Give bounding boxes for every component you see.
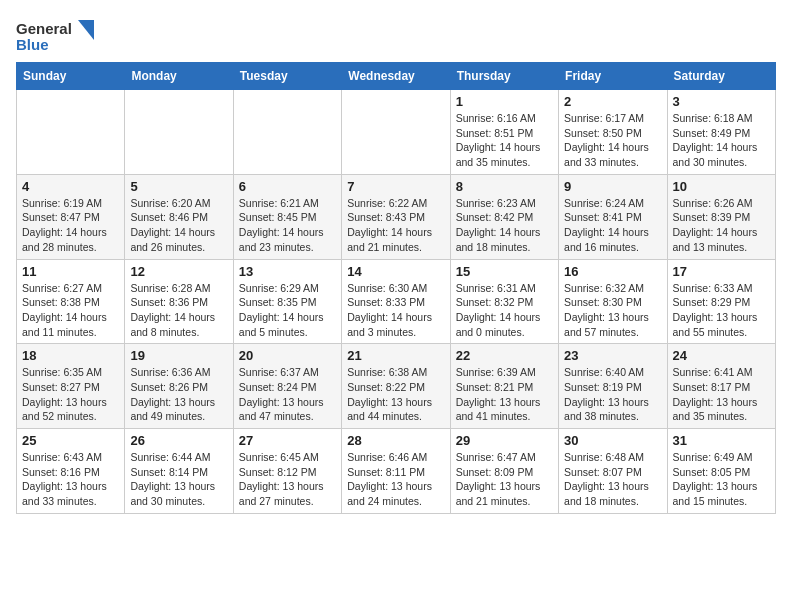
day-number: 2: [564, 94, 661, 109]
calendar-cell: 26Sunrise: 6:44 AM Sunset: 8:14 PM Dayli…: [125, 429, 233, 514]
week-row-3: 11Sunrise: 6:27 AM Sunset: 8:38 PM Dayli…: [17, 259, 776, 344]
weekday-header-wednesday: Wednesday: [342, 63, 450, 90]
day-number: 29: [456, 433, 553, 448]
calendar-cell: 27Sunrise: 6:45 AM Sunset: 8:12 PM Dayli…: [233, 429, 341, 514]
week-row-5: 25Sunrise: 6:43 AM Sunset: 8:16 PM Dayli…: [17, 429, 776, 514]
day-number: 26: [130, 433, 227, 448]
calendar-cell: 3Sunrise: 6:18 AM Sunset: 8:49 PM Daylig…: [667, 90, 775, 175]
day-number: 28: [347, 433, 444, 448]
calendar-cell: 24Sunrise: 6:41 AM Sunset: 8:17 PM Dayli…: [667, 344, 775, 429]
day-number: 19: [130, 348, 227, 363]
day-number: 1: [456, 94, 553, 109]
calendar-cell: 15Sunrise: 6:31 AM Sunset: 8:32 PM Dayli…: [450, 259, 558, 344]
calendar-cell: 25Sunrise: 6:43 AM Sunset: 8:16 PM Dayli…: [17, 429, 125, 514]
weekday-header-thursday: Thursday: [450, 63, 558, 90]
calendar-cell: 2Sunrise: 6:17 AM Sunset: 8:50 PM Daylig…: [559, 90, 667, 175]
day-number: 3: [673, 94, 770, 109]
calendar-cell: 29Sunrise: 6:47 AM Sunset: 8:09 PM Dayli…: [450, 429, 558, 514]
day-number: 25: [22, 433, 119, 448]
day-info: Sunrise: 6:26 AM Sunset: 8:39 PM Dayligh…: [673, 196, 770, 255]
day-info: Sunrise: 6:36 AM Sunset: 8:26 PM Dayligh…: [130, 365, 227, 424]
day-info: Sunrise: 6:38 AM Sunset: 8:22 PM Dayligh…: [347, 365, 444, 424]
week-row-4: 18Sunrise: 6:35 AM Sunset: 8:27 PM Dayli…: [17, 344, 776, 429]
calendar-cell: 16Sunrise: 6:32 AM Sunset: 8:30 PM Dayli…: [559, 259, 667, 344]
day-info: Sunrise: 6:27 AM Sunset: 8:38 PM Dayligh…: [22, 281, 119, 340]
day-number: 10: [673, 179, 770, 194]
day-number: 23: [564, 348, 661, 363]
calendar-cell: 30Sunrise: 6:48 AM Sunset: 8:07 PM Dayli…: [559, 429, 667, 514]
calendar-cell: 20Sunrise: 6:37 AM Sunset: 8:24 PM Dayli…: [233, 344, 341, 429]
calendar-cell: 31Sunrise: 6:49 AM Sunset: 8:05 PM Dayli…: [667, 429, 775, 514]
calendar-cell: 10Sunrise: 6:26 AM Sunset: 8:39 PM Dayli…: [667, 174, 775, 259]
week-row-2: 4Sunrise: 6:19 AM Sunset: 8:47 PM Daylig…: [17, 174, 776, 259]
day-number: 22: [456, 348, 553, 363]
calendar-cell: 14Sunrise: 6:30 AM Sunset: 8:33 PM Dayli…: [342, 259, 450, 344]
page-header: GeneralBlue: [16, 16, 776, 54]
calendar-cell: [17, 90, 125, 175]
svg-text:General: General: [16, 20, 72, 37]
day-number: 8: [456, 179, 553, 194]
calendar-cell: 8Sunrise: 6:23 AM Sunset: 8:42 PM Daylig…: [450, 174, 558, 259]
weekday-header-friday: Friday: [559, 63, 667, 90]
day-number: 5: [130, 179, 227, 194]
calendar-cell: 19Sunrise: 6:36 AM Sunset: 8:26 PM Dayli…: [125, 344, 233, 429]
day-info: Sunrise: 6:18 AM Sunset: 8:49 PM Dayligh…: [673, 111, 770, 170]
logo: GeneralBlue: [16, 16, 106, 54]
calendar-cell: 13Sunrise: 6:29 AM Sunset: 8:35 PM Dayli…: [233, 259, 341, 344]
calendar-cell: [233, 90, 341, 175]
weekday-header-monday: Monday: [125, 63, 233, 90]
day-info: Sunrise: 6:39 AM Sunset: 8:21 PM Dayligh…: [456, 365, 553, 424]
day-info: Sunrise: 6:35 AM Sunset: 8:27 PM Dayligh…: [22, 365, 119, 424]
day-info: Sunrise: 6:22 AM Sunset: 8:43 PM Dayligh…: [347, 196, 444, 255]
calendar-cell: 23Sunrise: 6:40 AM Sunset: 8:19 PM Dayli…: [559, 344, 667, 429]
calendar-cell: 18Sunrise: 6:35 AM Sunset: 8:27 PM Dayli…: [17, 344, 125, 429]
day-number: 13: [239, 264, 336, 279]
day-number: 14: [347, 264, 444, 279]
calendar-cell: 28Sunrise: 6:46 AM Sunset: 8:11 PM Dayli…: [342, 429, 450, 514]
calendar-cell: [342, 90, 450, 175]
day-info: Sunrise: 6:30 AM Sunset: 8:33 PM Dayligh…: [347, 281, 444, 340]
day-info: Sunrise: 6:16 AM Sunset: 8:51 PM Dayligh…: [456, 111, 553, 170]
weekday-header-row: SundayMondayTuesdayWednesdayThursdayFrid…: [17, 63, 776, 90]
day-info: Sunrise: 6:19 AM Sunset: 8:47 PM Dayligh…: [22, 196, 119, 255]
day-info: Sunrise: 6:37 AM Sunset: 8:24 PM Dayligh…: [239, 365, 336, 424]
day-info: Sunrise: 6:21 AM Sunset: 8:45 PM Dayligh…: [239, 196, 336, 255]
day-number: 7: [347, 179, 444, 194]
calendar-cell: 5Sunrise: 6:20 AM Sunset: 8:46 PM Daylig…: [125, 174, 233, 259]
calendar-cell: [125, 90, 233, 175]
weekday-header-saturday: Saturday: [667, 63, 775, 90]
svg-text:Blue: Blue: [16, 36, 49, 53]
day-number: 18: [22, 348, 119, 363]
day-info: Sunrise: 6:47 AM Sunset: 8:09 PM Dayligh…: [456, 450, 553, 509]
calendar-cell: 12Sunrise: 6:28 AM Sunset: 8:36 PM Dayli…: [125, 259, 233, 344]
day-number: 16: [564, 264, 661, 279]
day-number: 4: [22, 179, 119, 194]
day-info: Sunrise: 6:23 AM Sunset: 8:42 PM Dayligh…: [456, 196, 553, 255]
day-info: Sunrise: 6:44 AM Sunset: 8:14 PM Dayligh…: [130, 450, 227, 509]
calendar-cell: 1Sunrise: 6:16 AM Sunset: 8:51 PM Daylig…: [450, 90, 558, 175]
calendar-cell: 21Sunrise: 6:38 AM Sunset: 8:22 PM Dayli…: [342, 344, 450, 429]
day-number: 12: [130, 264, 227, 279]
day-info: Sunrise: 6:49 AM Sunset: 8:05 PM Dayligh…: [673, 450, 770, 509]
day-number: 31: [673, 433, 770, 448]
day-info: Sunrise: 6:33 AM Sunset: 8:29 PM Dayligh…: [673, 281, 770, 340]
day-info: Sunrise: 6:40 AM Sunset: 8:19 PM Dayligh…: [564, 365, 661, 424]
day-number: 17: [673, 264, 770, 279]
day-info: Sunrise: 6:43 AM Sunset: 8:16 PM Dayligh…: [22, 450, 119, 509]
day-number: 20: [239, 348, 336, 363]
calendar-cell: 7Sunrise: 6:22 AM Sunset: 8:43 PM Daylig…: [342, 174, 450, 259]
calendar-table: SundayMondayTuesdayWednesdayThursdayFrid…: [16, 62, 776, 514]
weekday-header-sunday: Sunday: [17, 63, 125, 90]
day-number: 30: [564, 433, 661, 448]
day-info: Sunrise: 6:31 AM Sunset: 8:32 PM Dayligh…: [456, 281, 553, 340]
day-number: 6: [239, 179, 336, 194]
day-number: 11: [22, 264, 119, 279]
calendar-cell: 17Sunrise: 6:33 AM Sunset: 8:29 PM Dayli…: [667, 259, 775, 344]
day-info: Sunrise: 6:29 AM Sunset: 8:35 PM Dayligh…: [239, 281, 336, 340]
day-info: Sunrise: 6:41 AM Sunset: 8:17 PM Dayligh…: [673, 365, 770, 424]
day-number: 21: [347, 348, 444, 363]
calendar-cell: 4Sunrise: 6:19 AM Sunset: 8:47 PM Daylig…: [17, 174, 125, 259]
week-row-1: 1Sunrise: 6:16 AM Sunset: 8:51 PM Daylig…: [17, 90, 776, 175]
weekday-header-tuesday: Tuesday: [233, 63, 341, 90]
day-info: Sunrise: 6:48 AM Sunset: 8:07 PM Dayligh…: [564, 450, 661, 509]
